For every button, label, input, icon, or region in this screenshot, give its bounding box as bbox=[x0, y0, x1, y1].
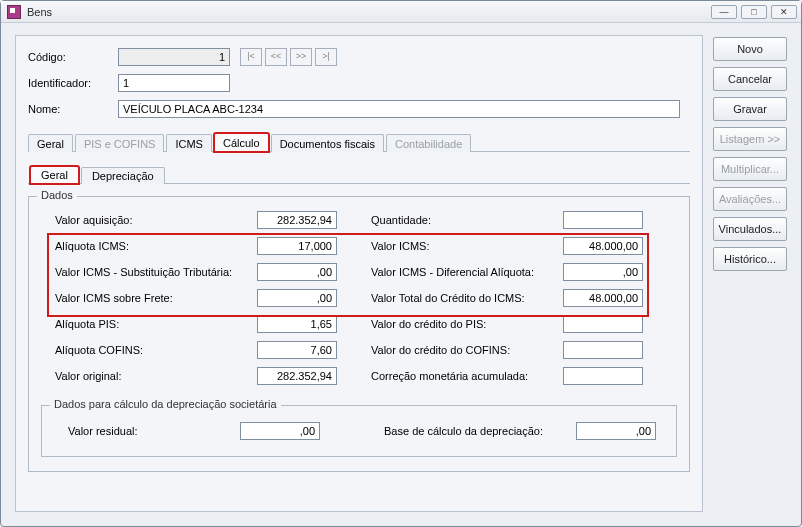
row-codigo: Código: |< << >> >| bbox=[28, 46, 690, 68]
window-title: Bens bbox=[27, 6, 711, 18]
group-depreciacao: Dados para cálculo da depreciação societ… bbox=[41, 405, 677, 457]
subtab-depreciacao[interactable]: Depreciação bbox=[81, 167, 165, 184]
avaliacoes-button[interactable]: Avaliações... bbox=[713, 187, 787, 211]
label-base-calculo: Base de cálculo da depreciação: bbox=[384, 425, 574, 437]
field-aliquota-pis[interactable] bbox=[257, 315, 337, 333]
field-valor-aquisicao[interactable] bbox=[257, 211, 337, 229]
field-valor-original[interactable] bbox=[257, 367, 337, 385]
label-identificador: Identificador: bbox=[28, 77, 112, 89]
dep-grid: Valor residual: Base de cálculo da depre… bbox=[54, 416, 664, 442]
cancelar-button[interactable]: Cancelar bbox=[713, 67, 787, 91]
tab-documentos[interactable]: Documentos fiscais bbox=[271, 134, 384, 152]
label-valor-credito-pis: Valor do crédito do PIS: bbox=[371, 318, 561, 330]
field-quantidade[interactable] bbox=[563, 211, 643, 229]
window-controls: — □ ✕ bbox=[711, 5, 797, 19]
maximize-button[interactable]: □ bbox=[741, 5, 767, 19]
nav-next[interactable]: >> bbox=[290, 48, 312, 66]
titlebar: Bens — □ ✕ bbox=[1, 1, 801, 23]
historico-button[interactable]: Histórico... bbox=[713, 247, 787, 271]
label-codigo: Código: bbox=[28, 51, 112, 63]
label-quantidade: Quantidade: bbox=[371, 214, 561, 226]
listagem-button[interactable]: Listagem >> bbox=[713, 127, 787, 151]
field-aliquota-icms[interactable] bbox=[257, 237, 337, 255]
nome-input[interactable] bbox=[118, 100, 680, 118]
field-correcao-monetaria[interactable] bbox=[563, 367, 643, 385]
data-grid: Valor aquisição: Quantidade: Alíquota IC… bbox=[41, 207, 677, 387]
label-aliquota-icms: Alíquota ICMS: bbox=[55, 240, 255, 252]
minimize-button[interactable]: — bbox=[711, 5, 737, 19]
label-valor-aquisicao: Valor aquisição: bbox=[55, 214, 255, 226]
legend-dados: Dados bbox=[37, 189, 77, 201]
side-buttons: Novo Cancelar Gravar Listagem >> Multipl… bbox=[713, 35, 787, 512]
tab-geral[interactable]: Geral bbox=[28, 134, 73, 152]
label-valor-icms: Valor ICMS: bbox=[371, 240, 561, 252]
field-valor-icms-dif[interactable] bbox=[563, 263, 643, 281]
codigo-input[interactable] bbox=[118, 48, 230, 66]
row-nome: Nome: bbox=[28, 98, 690, 120]
app-icon bbox=[7, 5, 21, 19]
field-valor-residual[interactable] bbox=[240, 422, 320, 440]
close-button[interactable]: ✕ bbox=[771, 5, 797, 19]
gravar-button[interactable]: Gravar bbox=[713, 97, 787, 121]
body: Código: |< << >> >| Identificador: Nome:… bbox=[1, 23, 801, 526]
label-nome: Nome: bbox=[28, 103, 112, 115]
field-valor-credito-pis[interactable] bbox=[563, 315, 643, 333]
group-dados: Dados Valor aquisição: Quantidade: Alíqu… bbox=[28, 196, 690, 472]
identificador-input[interactable] bbox=[118, 74, 230, 92]
field-base-calculo[interactable] bbox=[576, 422, 656, 440]
label-valor-total-credito-icms: Valor Total do Crédito do ICMS: bbox=[371, 292, 561, 304]
field-aliquota-cofins[interactable] bbox=[257, 341, 337, 359]
tab-pis-cofins[interactable]: PIS e COFINS bbox=[75, 134, 165, 152]
label-aliquota-pis: Alíquota PIS: bbox=[55, 318, 255, 330]
row-identificador: Identificador: bbox=[28, 72, 690, 94]
record-nav: |< << >> >| bbox=[240, 48, 337, 66]
field-valor-total-credito-icms[interactable] bbox=[563, 289, 643, 307]
vinculados-button[interactable]: Vinculados... bbox=[713, 217, 787, 241]
label-correcao-monetaria: Correção monetária acumulada: bbox=[371, 370, 561, 382]
nav-prev[interactable]: << bbox=[265, 48, 287, 66]
field-valor-icms-st[interactable] bbox=[257, 263, 337, 281]
label-valor-icms-frete: Valor ICMS sobre Frete: bbox=[55, 292, 255, 304]
label-valor-icms-dif: Valor ICMS - Diferencial Alíquota: bbox=[371, 266, 561, 278]
field-valor-credito-cofins[interactable] bbox=[563, 341, 643, 359]
nav-last[interactable]: >| bbox=[315, 48, 337, 66]
label-valor-residual: Valor residual: bbox=[68, 425, 238, 437]
field-valor-icms[interactable] bbox=[563, 237, 643, 255]
legend-dep: Dados para cálculo da depreciação societ… bbox=[50, 398, 281, 410]
subtab-geral[interactable]: Geral bbox=[30, 166, 79, 184]
sub-tabs: Geral Depreciação bbox=[28, 164, 690, 184]
tab-contabilidade[interactable]: Contabilidade bbox=[386, 134, 471, 152]
label-valor-original: Valor original: bbox=[55, 370, 255, 382]
label-valor-icms-st: Valor ICMS - Substituição Tributária: bbox=[55, 266, 255, 278]
main-tabs: Geral PIS e COFINS ICMS Cálculo Document… bbox=[28, 130, 690, 152]
tab-icms[interactable]: ICMS bbox=[166, 134, 212, 152]
multiplicar-button[interactable]: Multiplicar... bbox=[713, 157, 787, 181]
field-valor-icms-frete[interactable] bbox=[257, 289, 337, 307]
novo-button[interactable]: Novo bbox=[713, 37, 787, 61]
label-aliquota-cofins: Alíquota COFINS: bbox=[55, 344, 255, 356]
main-panel: Código: |< << >> >| Identificador: Nome:… bbox=[15, 35, 703, 512]
tab-content: Geral Depreciação Dados Valor aquisição:… bbox=[28, 156, 690, 499]
label-valor-credito-cofins: Valor do crédito do COFINS: bbox=[371, 344, 561, 356]
nav-first[interactable]: |< bbox=[240, 48, 262, 66]
tab-calculo[interactable]: Cálculo bbox=[214, 133, 269, 152]
window-bens: Bens — □ ✕ Código: |< << >> >| Identific… bbox=[0, 0, 802, 527]
